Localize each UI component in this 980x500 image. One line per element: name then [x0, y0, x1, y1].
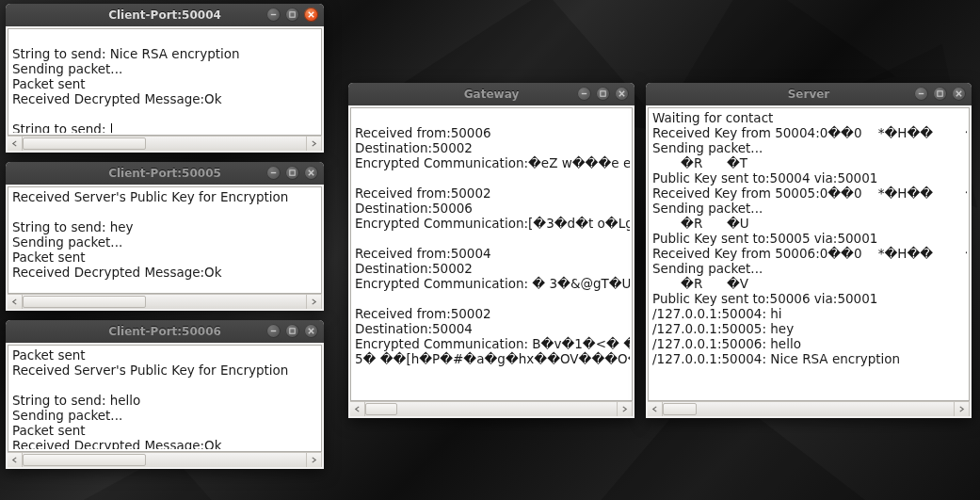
scroll-thumb[interactable] — [23, 137, 146, 150]
terminal-panel[interactable]: Packet sent Received Server's Public Key… — [8, 345, 322, 452]
terminal-panel[interactable]: String to send: Nice RSA encryption Send… — [8, 28, 322, 136]
scroll-right-icon[interactable] — [306, 137, 322, 151]
window-server[interactable]: Server Waiting for contact Received Key … — [646, 83, 972, 418]
titlebar[interactable]: Client-Port:50004 — [6, 4, 324, 26]
terminal-text: Received Server's Public Key for Encrypt… — [12, 189, 319, 291]
minimize-icon[interactable] — [914, 87, 928, 101]
scroll-left-icon[interactable] — [648, 402, 663, 416]
window-gateway[interactable]: Gateway Received from:50006 Destination:… — [348, 83, 635, 418]
scroll-thumb[interactable] — [23, 454, 146, 466]
close-icon[interactable] — [952, 87, 966, 101]
maximize-icon[interactable] — [285, 8, 299, 22]
titlebar[interactable]: Client-Port:50006 — [6, 320, 324, 343]
scroll-left-icon[interactable] — [8, 295, 23, 309]
minimize-icon[interactable] — [266, 166, 281, 180]
window-client-50005[interactable]: Client-Port:50005 Received Server's Publ… — [6, 162, 324, 311]
minimize-icon[interactable] — [266, 324, 281, 338]
minimize-icon[interactable] — [577, 87, 591, 101]
terminal-text: String to send: Nice RSA encryption Send… — [12, 31, 319, 133]
svg-rect-9 — [290, 329, 295, 333]
scroll-right-icon[interactable] — [306, 295, 322, 309]
close-icon[interactable] — [615, 87, 629, 101]
titlebar[interactable]: Gateway — [348, 83, 635, 105]
scrollbar-horizontal[interactable] — [8, 452, 322, 467]
scroll-left-icon[interactable] — [350, 402, 365, 416]
scrollbar-horizontal[interactable] — [8, 136, 322, 151]
terminal-panel[interactable]: Received from:50006 Destination:50002 En… — [350, 107, 633, 401]
close-icon[interactable] — [304, 8, 318, 22]
maximize-icon[interactable] — [285, 324, 299, 338]
close-icon[interactable] — [304, 324, 318, 338]
titlebar[interactable]: Server — [646, 83, 972, 105]
scroll-thumb[interactable] — [23, 296, 146, 308]
terminal-panel[interactable]: Received Server's Public Key for Encrypt… — [8, 186, 322, 294]
scroll-right-icon[interactable] — [617, 402, 633, 416]
scrollbar-horizontal[interactable] — [8, 294, 322, 309]
titlebar[interactable]: Client-Port:50005 — [6, 162, 324, 185]
minimize-icon[interactable] — [266, 8, 281, 22]
terminal-text: Waiting for contact Received Key from 50… — [652, 110, 967, 398]
terminal-text: Received from:50006 Destination:50002 En… — [355, 110, 630, 398]
terminal-panel[interactable]: Waiting for contact Received Key from 50… — [648, 107, 970, 401]
window-client-50004[interactable]: Client-Port:50004 String to send: Nice R… — [6, 4, 324, 153]
scroll-thumb[interactable] — [663, 403, 697, 415]
svg-rect-5 — [290, 170, 295, 175]
svg-rect-13 — [601, 91, 605, 96]
close-icon[interactable] — [304, 166, 318, 180]
scroll-left-icon[interactable] — [8, 137, 23, 151]
scroll-right-icon[interactable] — [954, 402, 970, 416]
scrollbar-horizontal[interactable] — [350, 401, 633, 416]
terminal-text: Packet sent Received Server's Public Key… — [12, 347, 319, 449]
scroll-thumb[interactable] — [365, 403, 397, 415]
window-client-50006[interactable]: Client-Port:50006 Packet sent Received S… — [6, 320, 324, 469]
scrollbar-horizontal[interactable] — [648, 401, 970, 416]
svg-rect-17 — [938, 91, 942, 96]
maximize-icon[interactable] — [933, 87, 947, 101]
svg-rect-1 — [290, 12, 295, 17]
scroll-right-icon[interactable] — [306, 453, 322, 467]
scroll-left-icon[interactable] — [8, 453, 23, 467]
maximize-icon[interactable] — [596, 87, 610, 101]
maximize-icon[interactable] — [285, 166, 299, 180]
